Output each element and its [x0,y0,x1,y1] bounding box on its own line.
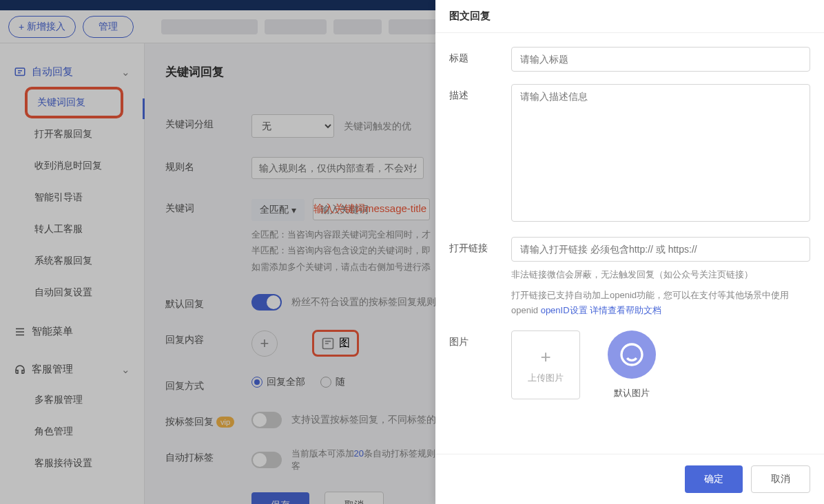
label-default-reply: 默认回复 [165,294,251,311]
rule-name-input[interactable] [251,157,424,179]
skeleton [389,19,437,34]
label-keyword-group: 关键词分组 [165,114,251,131]
skeleton [161,19,258,34]
sidebar-item-smart-guide[interactable]: 智能引导语 [0,182,144,213]
reply-mode-random-radio[interactable]: 随 [320,376,345,388]
sidebar: 自动回复 ⌄ 关键词回复 打开客服回复 收到消息时回复 智能引导语 转人工客服 … [0,43,145,504]
image-text-icon [321,337,335,350]
headset-icon [14,364,26,376]
add-access-label: 新增接入 [27,21,65,33]
openid-settings-link[interactable]: openID设置 [541,305,588,315]
sidebar-item-msg-received-reply[interactable]: 收到消息时回复 [0,150,144,182]
reply-content-text: 图 [339,336,350,350]
tag-reply-hint: 支持设置按标签回复，不同标签的 [291,414,436,426]
modal-link-hint2: 打开链接已支持自动加上openid功能，您可以在支付等其他场景中使用openid… [511,288,810,318]
modal-link-input[interactable] [511,237,810,262]
auto-tag-toggle[interactable] [251,452,282,468]
modal-cancel-button[interactable]: 取消 [751,465,810,493]
reply-content-highlight[interactable]: 图 [312,330,359,357]
vip-badge: vip [216,417,234,428]
sidebar-item-open-cs-reply[interactable]: 打开客服回复 [0,118,144,150]
sidebar-item-keyword-reply[interactable]: 关键词回复 [37,96,111,109]
chevron-down-icon: ⌄ [121,66,130,78]
modal-ok-button[interactable]: 确定 [685,465,743,493]
radio-icon [320,377,331,388]
match-mode-pill[interactable]: 全匹配 ▾ [251,199,305,221]
sidebar-item-auto-reply-settings[interactable]: 自动回复设置 [0,277,144,308]
default-reply-hint: 粉丝不符合设置的按标签回复规则 [291,296,436,308]
sidebar-group-label: 客服管理 [32,363,73,376]
sidebar-group-label: 智能菜单 [32,325,73,338]
image-text-reply-modal: 图文回复 标题 描述 打开链接 非法链接微信会屏蔽，无法触发回复（如公众号关注页… [435,0,824,504]
modal-label-desc: 描述 [449,84,511,102]
default-reply-toggle[interactable] [251,294,282,311]
add-content-button[interactable]: + [251,330,278,357]
modal-link-hint1: 非法链接微信会屏蔽，无法触发回复（如公众号关注页链接） [511,267,810,282]
sidebar-group-smart-menu[interactable]: 智能菜单 [0,317,144,346]
label-auto-tag: 自动打标签 [165,448,251,464]
manage-button[interactable]: 管理 [83,16,134,38]
sidebar-item-keyword-reply-highlight: 关键词回复 [25,87,123,118]
modal-title-input[interactable] [511,47,810,72]
svg-point-2 [621,344,642,365]
cancel-button[interactable]: 取消 [325,492,384,504]
chevron-down-icon: ⌄ [121,364,130,376]
sidebar-item-transfer-human[interactable]: 转人工客服 [0,213,144,245]
radio-icon [251,377,262,388]
sidebar-group-label: 自动回复 [32,65,73,78]
keyword-group-hint: 关键词触发的优 [344,120,411,132]
skeleton [265,19,327,34]
sidebar-item-role-manage[interactable]: 角色管理 [0,416,144,448]
default-image-label: 默认图片 [608,387,656,399]
skeleton [333,19,382,34]
label-reply-mode: 回复方式 [165,376,251,392]
sidebar-item-system-cs-reply[interactable]: 系统客服回复 [0,245,144,277]
list-icon [14,326,26,338]
svg-rect-0 [15,68,25,76]
save-button[interactable]: 保存 [251,492,309,504]
label-keyword: 关键词 [165,198,251,215]
modal-label-link: 打开链接 [449,237,511,255]
add-access-button[interactable]: + 新增接入 [8,16,76,38]
plus-icon: + [19,21,24,32]
caret-down-icon: ▾ [291,204,296,216]
modal-desc-textarea[interactable] [511,84,810,222]
modal-title: 图文回复 [435,0,824,33]
modal-label-title: 标题 [449,47,511,65]
smile-icon [618,341,646,368]
chat-icon [14,66,26,78]
sidebar-group-cs-manage[interactable]: 客服管理 ⌄ [0,355,144,384]
keyword-group-select[interactable]: 无 [251,114,334,138]
upload-text: 上传图片 [528,372,564,384]
label-rule-name: 规则名 [165,157,251,174]
help-doc-link[interactable]: 详情查看帮助文档 [590,305,661,315]
plus-icon: + [540,346,550,368]
sidebar-group-auto-reply[interactable]: 自动回复 ⌄ [0,57,144,87]
upload-image-button[interactable]: + 上传图片 [511,330,580,399]
reply-mode-all-radio[interactable]: 回复全部 [251,376,305,388]
sidebar-item-cs-reception[interactable]: 客服接待设置 [0,448,144,479]
tag-reply-toggle[interactable] [251,412,282,428]
label-reply-content: 回复内容 [165,330,251,346]
modal-label-image: 图片 [449,330,511,348]
label-tag-reply: 按标签回复vip [165,412,251,428]
default-image-preview [608,330,656,379]
sidebar-item-multi-cs[interactable]: 多客服管理 [0,384,144,416]
annotation-message-title: 输入关键词message-title [313,202,426,216]
